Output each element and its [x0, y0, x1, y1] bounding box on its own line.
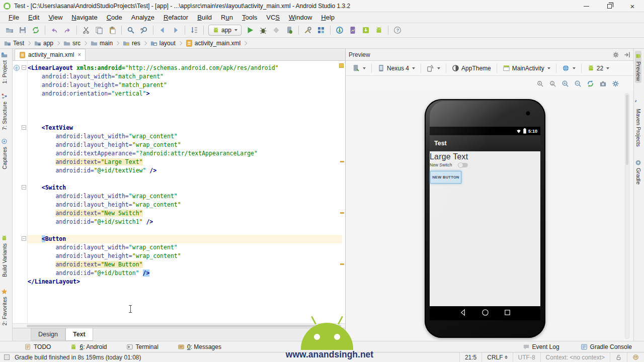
sync-button[interactable] [29, 24, 42, 36]
cut-button[interactable] [79, 24, 93, 36]
fold-marker-icon[interactable]: − [22, 236, 26, 241]
lock-icon[interactable] [610, 352, 627, 362]
breadcrumb-activity-main-xml[interactable]: activity_main.xml [185, 40, 242, 47]
forward-button[interactable] [169, 24, 182, 36]
breadcrumb-test[interactable]: Test [3, 40, 25, 47]
fold-marker-icon[interactable]: − [22, 125, 26, 130]
menu-vcs[interactable]: VCS [262, 13, 284, 22]
coverage-button[interactable] [270, 24, 283, 36]
preview-switch-toggle[interactable] [458, 163, 468, 167]
device-monitor-button[interactable] [346, 24, 359, 36]
tab-text[interactable]: Text [65, 328, 93, 341]
breadcrumb-layout[interactable]: layout [149, 40, 177, 47]
restore-button[interactable] [598, 0, 621, 12]
hector-inspector-icon[interactable] [627, 352, 644, 362]
zoom-out-icon[interactable] [574, 80, 582, 87]
tool-button-build-variants[interactable]: Build Variants [1, 235, 8, 277]
nav-recents-icon[interactable] [504, 309, 511, 318]
status-toggle-icon[interactable] [4, 354, 10, 360]
encoding-indicator[interactable]: UTF-8 [513, 352, 540, 362]
sync-gradle-button[interactable] [333, 24, 346, 36]
paste-button[interactable] [106, 24, 119, 36]
menu-build[interactable]: Build [193, 13, 216, 22]
run-button[interactable] [244, 24, 257, 36]
tool-button-7-structure[interactable]: 7: Structure [1, 93, 8, 130]
menu-code[interactable]: Code [102, 13, 127, 22]
horizontal-scrollbar[interactable] [13, 323, 345, 328]
error-stripe-mark[interactable] [340, 212, 344, 214]
menu-edit[interactable]: Edit [24, 13, 44, 22]
undo-button[interactable] [48, 24, 61, 36]
caret-position[interactable]: 21:5 [459, 352, 481, 362]
breadcrumb-src[interactable]: src [62, 40, 82, 47]
screenshot-icon[interactable] [599, 80, 607, 87]
tab-activity-main-xml[interactable]: activity_main.xml × [15, 49, 86, 60]
tool-button-2-favorites[interactable]: 2: Favorites [1, 288, 8, 325]
close-button[interactable]: × [621, 0, 644, 12]
refresh-icon[interactable] [587, 80, 594, 87]
error-stripe-mark[interactable] [340, 161, 344, 162]
copy-button[interactable] [93, 24, 106, 36]
tab-close-icon[interactable]: × [77, 51, 81, 58]
error-stripe-mark[interactable] [340, 263, 344, 265]
zoom-actual-icon[interactable]: 1 [549, 80, 556, 87]
menu-file[interactable]: File [4, 13, 24, 22]
nav-home-icon[interactable] [481, 309, 489, 318]
find-button[interactable] [124, 24, 137, 36]
menu-help[interactable]: Help [316, 13, 339, 22]
sort-lines-button[interactable] [188, 24, 201, 36]
help-button[interactable]: ? [391, 24, 404, 36]
settings-wrench-button[interactable] [301, 24, 314, 36]
back-button[interactable] [156, 24, 169, 36]
tool-button-gradle[interactable]: Gradle [635, 157, 641, 187]
toolwindow-todo[interactable]: TODO [19, 343, 56, 350]
context-indicator[interactable]: Context: <no context> [540, 352, 610, 362]
attach-debugger-button[interactable] [283, 24, 296, 36]
preview-button[interactable]: NEW BUTTON [430, 171, 461, 184]
preview-22-selector[interactable]: 22 [585, 63, 612, 73]
line-ending-selector[interactable]: CRLF [481, 352, 512, 362]
avd-manager-button[interactable] [372, 24, 385, 36]
toolwindow-terminal[interactable]: Terminal [121, 343, 164, 350]
redo-button[interactable] [61, 24, 74, 36]
preview-locale-globe-selector[interactable] [559, 63, 578, 73]
tool-button-1-project[interactable]: 1: Project [1, 52, 8, 83]
code-text[interactable]: <LinearLayout xmlns:android="http://sche… [28, 64, 339, 286]
tab-design[interactable]: Design [31, 328, 65, 341]
toolwindow-6-android[interactable]: 6: Android [65, 343, 112, 350]
fold-marker-icon[interactable]: − [22, 65, 26, 70]
nav-back-icon[interactable] [459, 309, 467, 318]
project-structure-button[interactable] [314, 24, 328, 36]
menu-tools[interactable]: Tools [237, 13, 262, 22]
breadcrumb-app[interactable]: app [33, 40, 54, 47]
open-folder-button[interactable] [3, 24, 16, 36]
breadcrumb-main[interactable]: main [90, 40, 114, 47]
preview-settings-icon[interactable] [612, 80, 619, 87]
tool-button-maven-projects[interactable]: mMaven Projects [635, 98, 641, 149]
menu-navigate[interactable]: Navigate [67, 13, 102, 22]
menu-window[interactable]: Window [284, 13, 316, 22]
menu-refactor[interactable]: Refactor [159, 13, 193, 22]
preview-vertical-scrollbar[interactable] [625, 93, 629, 339]
breadcrumb-res[interactable]: res [122, 40, 141, 47]
preview-orientation-selector[interactable] [424, 63, 443, 73]
replace-button[interactable]: a [137, 24, 150, 36]
save-all-button[interactable] [16, 24, 29, 36]
sdk-manager-button[interactable] [359, 24, 372, 36]
preview-nexus-4-selector[interactable]: Nexus 4 [375, 63, 418, 73]
horizontal-scrollbar-thumb[interactable] [27, 325, 341, 327]
tool-button-captures[interactable]: Captures [1, 138, 8, 169]
hide-panel-icon[interactable] [623, 51, 630, 58]
toolwindow-0-messages[interactable]: 0: Messages [173, 343, 226, 350]
menu-run[interactable]: Run [216, 13, 237, 22]
inspection-status-icon[interactable] [339, 63, 344, 68]
preview-device-config-selector[interactable] [350, 63, 368, 73]
toolwindow-event-log[interactable]: Event Log [518, 343, 565, 350]
menu-analyze[interactable]: Analyze [127, 13, 159, 22]
menu-view[interactable]: View [44, 13, 67, 22]
preview-mainactivity-selector[interactable]: MainActivity [500, 63, 553, 73]
preview-gear-icon[interactable] [612, 51, 619, 58]
toolwindow-gradle-console[interactable]: Gradle Console [576, 343, 637, 350]
debug-button[interactable] [257, 24, 270, 36]
fold-marker-icon[interactable]: − [22, 185, 26, 190]
